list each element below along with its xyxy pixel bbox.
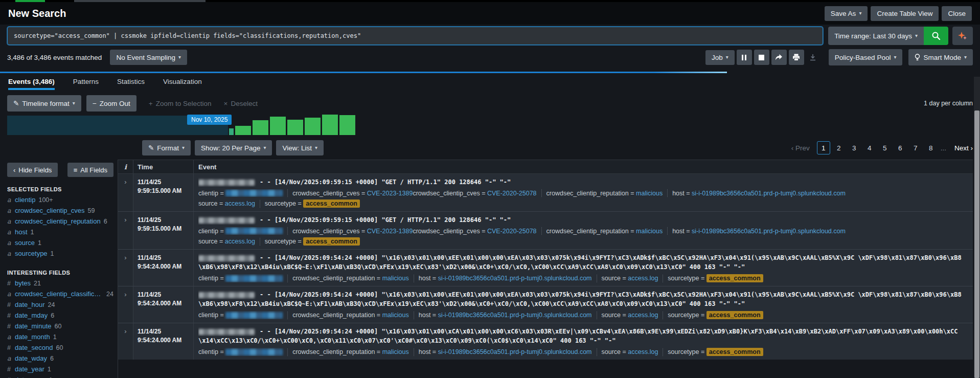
event-field-name[interactable]: clientip <box>198 312 218 319</box>
field-name[interactable]: date_mday <box>15 312 48 319</box>
event-field-value-link[interactable]: malicious <box>382 348 409 355</box>
event-field-name[interactable]: host <box>419 312 431 319</box>
ai-assistant-button[interactable] <box>952 27 973 45</box>
field-item-host[interactable]: ahost1 <box>7 228 113 239</box>
field-name[interactable]: bytes <box>15 279 31 287</box>
field-name[interactable]: crowdsec_clientip_classifications <box>15 290 103 298</box>
policy-based-pool-button[interactable]: Policy-Based Pool▾ <box>829 49 903 65</box>
event-field-value-badge[interactable]: access_common <box>706 348 763 356</box>
event-raw-text[interactable]: - - [14/Nov/2025:09:59:15 +0000] "GET / … <box>198 177 969 187</box>
event-field-name[interactable]: sourcetype <box>668 312 699 319</box>
event-field-name[interactable]: source <box>602 275 621 282</box>
field-name[interactable]: crowdsec_clientip_cves <box>15 207 85 214</box>
download-icon[interactable] <box>809 54 816 61</box>
zoom-out-button[interactable]: −Zoom Out <box>86 95 136 112</box>
event-field-name[interactable]: sourcetype <box>668 348 699 355</box>
expand-event-button[interactable]: › <box>118 212 133 249</box>
event-field-value-link[interactable]: si-i-01989bc3656c0a501.prd-p-tumj0.splun… <box>438 312 592 319</box>
per-page-button[interactable]: Show: 20 Per Page▾ <box>195 140 272 155</box>
event-field-name[interactable]: crowdsec_clientip_reputation <box>292 348 375 355</box>
time-range-picker[interactable]: Time range: Last 30 days▾ <box>828 27 924 45</box>
next-page-button[interactable]: Next › <box>954 144 973 152</box>
event-field-name[interactable]: host <box>672 228 685 235</box>
field-name[interactable]: source <box>15 239 35 247</box>
expand-event-button[interactable]: › <box>118 250 133 286</box>
event-field-value-badge[interactable]: access_common <box>706 311 763 319</box>
event-field-value-link[interactable]: access.log <box>225 200 255 207</box>
field-item-clientip[interactable]: aclientip100+ <box>7 196 113 207</box>
event-field-name[interactable]: host <box>419 348 431 355</box>
page-button-6[interactable]: 6 <box>894 141 907 154</box>
page-button-4[interactable]: 4 <box>863 141 876 154</box>
event-field-name[interactable]: crowdsec_clientip_cves <box>413 190 480 197</box>
event-field-name[interactable]: crowdsec_clientip_reputation <box>546 228 629 235</box>
all-fields-button[interactable]: ≡All Fields <box>67 163 113 177</box>
event-field-name[interactable]: source <box>602 312 621 319</box>
field-name[interactable]: host <box>15 228 28 236</box>
timeline-bar[interactable] <box>322 115 338 135</box>
event-field-name[interactable]: clientip <box>198 275 218 282</box>
field-name[interactable]: date_second <box>15 344 53 351</box>
timeline-bar[interactable] <box>287 120 303 135</box>
event-field-name[interactable]: crowdsec_clientip_cves <box>413 228 480 235</box>
format-button[interactable]: ✎Format▾ <box>142 140 191 155</box>
page-button-3[interactable]: 3 <box>848 141 861 154</box>
field-item-date_year[interactable]: #date_year1 <box>7 365 113 376</box>
timeline-bar[interactable] <box>305 118 321 135</box>
field-name[interactable]: sourcetype <box>15 250 48 257</box>
event-field-name[interactable]: crowdsec_clientip_cves <box>292 190 359 197</box>
event-field-value-link[interactable]: si-i-01989bc3656c0a501.prd-p-tumj0.splun… <box>438 348 592 355</box>
field-item-date_zone[interactable]: #date_zone1 <box>7 376 113 378</box>
field-name[interactable]: clientip <box>15 196 35 204</box>
event-field-value-link[interactable]: access.log <box>628 275 658 282</box>
event-field-value-link[interactable]: malicious <box>382 312 409 319</box>
scrollbar-thumb[interactable] <box>974 110 979 378</box>
field-item-date_minute[interactable]: #date_minute60 <box>7 322 113 333</box>
event-field-name[interactable]: source <box>198 200 218 207</box>
expand-event-button[interactable]: › <box>118 174 133 211</box>
page-button-1[interactable]: 1 <box>817 141 830 154</box>
event-raw-text[interactable]: - - [14/Nov/2025:09:54:24 +0000] "\x16\x… <box>198 253 969 262</box>
tab-patterns[interactable]: Patterns <box>73 78 99 90</box>
expand-event-button[interactable]: › <box>118 286 133 323</box>
event-field-value-link[interactable]: CVE-2020-25078 <box>487 190 537 197</box>
close-button[interactable]: Close <box>942 6 972 21</box>
timeline-bar[interactable] <box>253 120 268 135</box>
event-field-value-link[interactable]: malicious <box>382 275 409 282</box>
search-input[interactable]: sourcetype="access_common" | cssmoke ipf… <box>7 27 823 45</box>
timeline-bar[interactable] <box>270 117 286 135</box>
field-item-date_second[interactable]: #date_second60 <box>7 344 113 354</box>
timeline-bar[interactable] <box>229 128 234 135</box>
event-field-name[interactable]: clientip <box>198 228 218 235</box>
field-name[interactable]: date_hour <box>15 301 45 308</box>
event-field-name[interactable]: crowdsec_clientip_reputation <box>292 275 375 282</box>
deselect-button[interactable]: ×Deselect <box>224 100 258 107</box>
event-field-name[interactable]: source <box>198 238 218 245</box>
event-field-name[interactable]: source <box>602 348 621 355</box>
event-field-value-link[interactable]: si-i-01989bc3656c0a501.prd-p-tumj0.splun… <box>438 275 592 282</box>
field-item-date_hour[interactable]: #date_hour24 <box>7 301 113 312</box>
save-as-button[interactable]: Save As▾ <box>825 6 868 21</box>
event-sampling-button[interactable]: No Event Sampling▾ <box>110 50 187 65</box>
event-field-name[interactable]: host <box>672 190 685 197</box>
field-name[interactable]: date_minute <box>15 322 52 330</box>
event-raw-text[interactable]: \xB6\x98\xF8\x12\xB4iu\xBC$Q~E:\xF1\xAB\… <box>198 299 969 308</box>
pause-button[interactable] <box>737 50 752 65</box>
event-field-value-link[interactable]: malicious <box>636 190 663 197</box>
event-field-value-link[interactable]: access.log <box>628 348 658 355</box>
smart-mode-button[interactable]: Smart Mode▾ <box>908 49 973 65</box>
field-item-sourcetype[interactable]: asourcetype1 <box>7 250 113 260</box>
timeline-format-button[interactable]: ✎Timeline format▾ <box>7 95 81 112</box>
job-menu-button[interactable]: Job▾ <box>705 50 735 65</box>
field-name[interactable]: date_zone <box>15 376 46 378</box>
event-field-name[interactable]: sourcetype <box>265 238 296 245</box>
expand-event-button[interactable]: › <box>118 323 133 360</box>
event-field-value-badge[interactable]: access_common <box>303 199 360 208</box>
stop-button[interactable] <box>754 50 769 65</box>
print-button[interactable] <box>789 50 804 65</box>
field-item-date_month[interactable]: adate_month1 <box>7 333 113 344</box>
event-field-value-link[interactable]: CVE-2023-1389 <box>367 228 413 235</box>
prev-page-button[interactable]: ‹ Prev <box>791 144 810 152</box>
event-field-name[interactable]: sourcetype <box>668 275 699 282</box>
run-search-button[interactable] <box>924 27 948 45</box>
